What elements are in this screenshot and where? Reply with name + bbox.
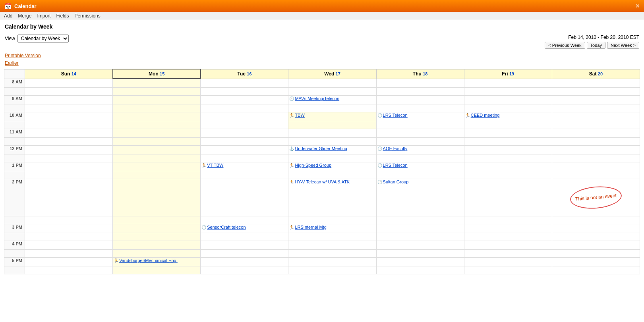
cell-sat-430 [552, 249, 640, 257]
table-row [4, 137, 640, 145]
event-mavs-link[interactable]: MAVs Meeting/Telecon [295, 96, 339, 101]
run-icon6: 🏃 [289, 225, 294, 229]
page-title: Calendar by Week [5, 23, 639, 30]
event-sultan-link[interactable]: Sultan Group [383, 179, 409, 184]
view-select[interactable]: Calendar by Week [17, 35, 69, 42]
cell-fri-530 [464, 266, 552, 274]
menu-add[interactable]: Add [4, 13, 12, 19]
cell-thu-10am: 🕐 LRS Telecon [376, 112, 464, 121]
cell-sun-10am [25, 112, 113, 121]
time-1pm: 1 PM [4, 162, 25, 171]
table-row [4, 171, 640, 179]
menu-import[interactable]: Import [37, 13, 50, 19]
time-12pm: 12 PM [4, 145, 25, 154]
cell-thu-530 [376, 266, 464, 274]
close-icon[interactable]: ✕ [635, 3, 640, 9]
cell-sat-1230 [552, 154, 640, 162]
cell-mon-3pm [113, 224, 201, 233]
wed-date-link[interactable]: 17 [336, 71, 340, 76]
event-aoe-link[interactable]: AOE Faculty [383, 146, 408, 151]
cell-fri-8am [464, 79, 552, 87]
cell-thu-11am [376, 129, 464, 137]
cell-wed-130 [288, 171, 376, 179]
event-highspeed-link[interactable]: High-Speed Group [295, 163, 331, 168]
today-button[interactable]: Today [587, 42, 605, 49]
cell-fri-430 [464, 249, 552, 257]
cell-sun-830 [25, 87, 113, 95]
cell-sun-530 [25, 266, 113, 274]
event-lrsinternal-link[interactable]: LRSInternal Mtg [295, 225, 326, 229]
cell-fri-930 [464, 104, 552, 112]
cell-fri-130 [464, 171, 552, 179]
cell-thu-8am [376, 79, 464, 87]
cell-mon-830 [113, 87, 201, 95]
cell-sun-12pm [25, 145, 113, 154]
menu-permissions[interactable]: Permissions [74, 13, 100, 19]
cell-sat-4pm [552, 241, 640, 249]
col-wed: Wed 17 [288, 69, 376, 79]
cell-wed-12pm: ⚓ Underwater Glider Meeting [288, 145, 376, 154]
cell-thu-1130 [376, 137, 464, 145]
table-row [4, 233, 640, 241]
event-mavs: 🕐 MAVs Meeting/Telecon [289, 96, 375, 101]
time-8am: 8 AM [4, 79, 25, 87]
mon-date-link[interactable]: 15 [160, 71, 164, 76]
event-hyv-link[interactable]: HY-V Telecan w/ UVA & ATK [295, 179, 350, 184]
col-fri: Fri 19 [464, 69, 552, 79]
time-1030 [4, 121, 25, 129]
event-sultan: 🕐 Sultan Group [377, 179, 463, 184]
event-sensorcraft-link[interactable]: SensorCraft telecon [207, 225, 246, 229]
event-ceed-link[interactable]: CEED meeting [471, 113, 500, 118]
cell-fri-12pm [464, 145, 552, 154]
anchor-icon: ⚓ [289, 147, 294, 151]
next-week-button[interactable]: Next Week > [607, 42, 639, 49]
event-lrs-link[interactable]: LRS Telecon [383, 113, 408, 118]
printable-version-link[interactable]: Printable Version [5, 52, 639, 60]
cell-mon-1130 [113, 137, 201, 145]
table-row: 10 AM 🏃 TBW 🕐 LRS Telecon [4, 112, 640, 121]
col-sun: Sun 14 [25, 69, 113, 79]
tue-date-link[interactable]: 16 [247, 71, 251, 76]
cell-tue-11am [201, 129, 288, 137]
sat-date-link[interactable]: 20 [598, 71, 603, 76]
cell-tue-5pm [201, 257, 288, 266]
menu-merge[interactable]: Merge [18, 13, 31, 19]
event-vandsburger-link[interactable]: Vandsburger/Mechanical Eng. [119, 258, 178, 263]
time-130 [4, 171, 25, 179]
thu-date-link[interactable]: 18 [423, 71, 427, 76]
event-ceed: 🏃 CEED meeting [465, 113, 551, 118]
event-highspeed: 🏃 High-Speed Group [289, 163, 375, 168]
cell-wed-830 [288, 87, 376, 95]
cell-thu-1030 [376, 121, 464, 129]
cell-sun-330 [25, 233, 113, 241]
cell-sat-930 [552, 104, 640, 112]
cell-tue-130 [201, 171, 288, 179]
time-1130 [4, 137, 25, 145]
time-230 [4, 216, 25, 224]
event-vt-tbw-link[interactable]: VT TBW [207, 163, 223, 168]
table-row: 11 AM [4, 129, 640, 137]
cell-tue-2pm [201, 179, 288, 216]
earlier-link[interactable]: Earlier [5, 60, 639, 67]
time-930 [4, 104, 25, 112]
event-sensorcraft: 🕐 SensorCraft telecon [201, 225, 287, 229]
menu-fields[interactable]: Fields [56, 13, 69, 19]
fri-date-link[interactable]: 19 [509, 71, 514, 76]
links-row: Printable Version Earlier [0, 50, 644, 69]
event-lrs-telecon2-link[interactable]: LRS Telecon [383, 163, 408, 168]
cell-tue-1pm: 🏃 VT TBW [201, 162, 288, 171]
not-event-text: This is not an event [575, 193, 617, 202]
cell-thu-9am [376, 95, 464, 104]
prev-week-button[interactable]: < Previous Week [545, 42, 585, 49]
cell-tue-530 [201, 266, 288, 274]
calendar-table: Sun 14 Mon 15 Tue 16 Wed 17 Thu 18 Fri 1… [4, 69, 640, 274]
col-mon: Mon 15 [113, 69, 201, 79]
cell-wed-5pm [288, 257, 376, 266]
event-underwater-link[interactable]: Underwater Glider Meeting [295, 146, 347, 151]
table-row [4, 216, 640, 224]
cell-wed-11am [288, 129, 376, 137]
cell-sun-9am [25, 95, 113, 104]
cell-tue-330 [201, 233, 288, 241]
sun-date-link[interactable]: 14 [72, 71, 76, 76]
event-tbw-link[interactable]: TBW [295, 113, 304, 118]
